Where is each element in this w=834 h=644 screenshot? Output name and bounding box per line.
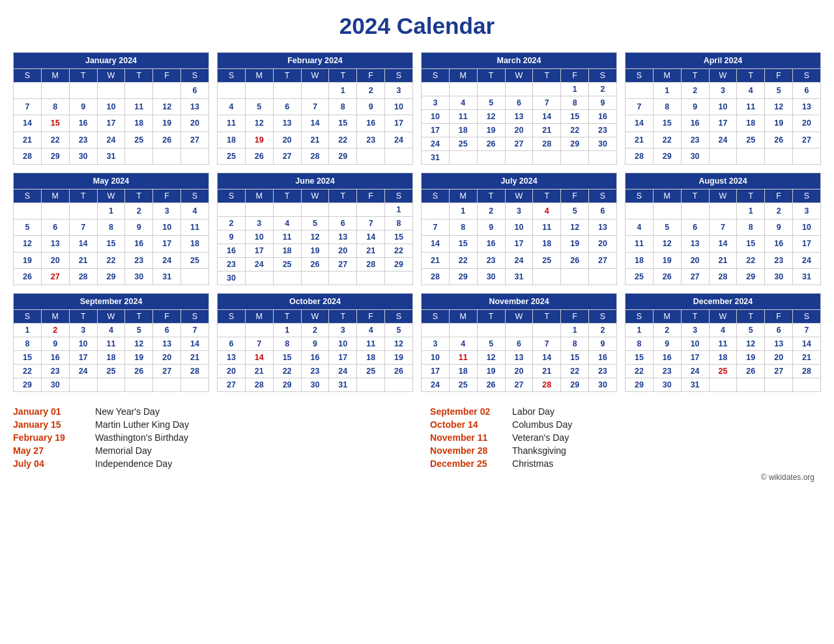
calendar-day: 16 — [125, 236, 153, 252]
calendar-day: 5 — [653, 219, 681, 236]
calendar-day: 24 — [422, 137, 450, 151]
calendar-day: 12 — [385, 337, 413, 351]
calendar-day — [153, 83, 181, 99]
calendar-day: 13 — [589, 219, 617, 236]
day-header: T — [681, 69, 709, 83]
calendar-day — [626, 203, 654, 219]
calendar-day: 15 — [561, 351, 589, 365]
calendar-day: 23 — [69, 132, 97, 148]
calendar-day: 23 — [765, 252, 793, 268]
calendar-day: 9 — [301, 337, 329, 351]
calendar-day: 21 — [14, 132, 42, 148]
day-header: T — [273, 189, 301, 203]
calendar-day: 19 — [245, 132, 273, 148]
day-header: W — [709, 69, 737, 83]
day-header: S — [385, 310, 413, 324]
calendar-day: 28 — [422, 268, 450, 285]
calendar-day — [589, 151, 617, 165]
calendar-day: 14 — [626, 115, 654, 132]
calendar-day: 13 — [181, 99, 209, 115]
day-header: S — [422, 189, 450, 203]
calendar-day: 15 — [737, 236, 765, 252]
month-calendar-3: March 2024SMTWTFS 1234567891011121314151… — [421, 52, 617, 165]
calendar-day: 23 — [681, 132, 709, 148]
holiday-item: November 28Thanksgiving — [430, 444, 821, 457]
calendar-day: 18 — [737, 115, 765, 132]
calendar-day: 12 — [561, 219, 589, 236]
calendar-day: 14 — [14, 115, 42, 132]
holiday-name: Wasthington's Birthday — [95, 432, 188, 443]
calendar-day: 22 — [329, 132, 357, 148]
calendar-day: 26 — [385, 365, 413, 378]
month-calendar-7: July 2024SMTWTFS 12345678910111213141516… — [421, 173, 617, 285]
calendar-day: 23 — [477, 252, 505, 268]
calendar-day — [14, 203, 42, 219]
calendar-day: 20 — [329, 244, 357, 258]
holiday-date: December 25 — [430, 458, 502, 469]
calendar-day — [125, 378, 153, 392]
calendar-day: 25 — [125, 132, 153, 148]
calendar-day: 6 — [181, 83, 209, 99]
calendar-day: 21 — [626, 132, 654, 148]
calendar-day: 12 — [653, 236, 681, 252]
day-header: W — [301, 69, 329, 83]
day-header: T — [737, 189, 765, 203]
calendar-day — [245, 272, 273, 285]
calendar-day: 25 — [357, 365, 385, 378]
calendar-day: 15 — [41, 115, 69, 132]
calendar-day: 19 — [125, 351, 153, 365]
calendar-day: 10 — [422, 110, 450, 124]
holiday-name: New Year's Day — [95, 406, 160, 417]
day-header: T — [477, 310, 505, 324]
calendar-day: 8 — [273, 337, 301, 351]
calendar-day: 15 — [97, 236, 125, 252]
holiday-date: November 28 — [430, 445, 502, 456]
calendar-day: 12 — [245, 115, 273, 132]
calendar-day: 24 — [709, 132, 737, 148]
holiday-name: Columbus Day — [512, 419, 572, 430]
calendar-day: 24 — [422, 378, 450, 392]
calendar-day: 4 — [449, 337, 477, 351]
calendar-day: 9 — [218, 231, 246, 244]
calendar-day: 23 — [301, 365, 329, 378]
holidays-col-right: September 02Labor DayOctober 14Columbus … — [430, 405, 821, 470]
calendar-day: 22 — [561, 365, 589, 378]
calendar-day: 13 — [329, 231, 357, 244]
calendar-day: 13 — [765, 337, 793, 351]
day-header: M — [449, 189, 477, 203]
calendar-day: 16 — [301, 351, 329, 365]
calendar-day: 24 — [505, 252, 533, 268]
calendar-day: 27 — [329, 258, 357, 272]
calendar-day: 2 — [218, 217, 246, 231]
day-header: S — [218, 69, 246, 83]
calendar-day — [477, 83, 505, 96]
calendar-day: 15 — [329, 115, 357, 132]
calendar-day: 12 — [14, 236, 42, 252]
calendar-day: 7 — [422, 219, 450, 236]
calendar-day: 23 — [589, 365, 617, 378]
calendar-day: 31 — [681, 378, 709, 392]
day-header: M — [449, 310, 477, 324]
copyright: © wikidates.org — [13, 473, 821, 482]
holidays-col-left: January 01New Year's DayJanuary 15Martin… — [13, 405, 404, 470]
month-header: March 2024 — [422, 53, 617, 69]
month-header: January 2024 — [14, 53, 209, 69]
holiday-date: May 27 — [13, 445, 85, 456]
calendar-day: 18 — [626, 252, 654, 268]
day-header: T — [533, 69, 561, 83]
calendar-day: 29 — [97, 268, 125, 285]
calendar-day: 6 — [681, 219, 709, 236]
calendar-day: 10 — [97, 99, 125, 115]
day-header: F — [561, 310, 589, 324]
calendar-day: 17 — [422, 365, 450, 378]
calendar-day — [505, 151, 533, 165]
calendar-day: 20 — [41, 252, 69, 268]
calendar-day: 28 — [357, 258, 385, 272]
calendar-day: 2 — [589, 324, 617, 337]
calendar-day: 12 — [477, 110, 505, 124]
calendar-day: 6 — [793, 83, 821, 99]
calendar-day: 27 — [681, 268, 709, 285]
calendar-day — [153, 148, 181, 164]
day-header: S — [181, 69, 209, 83]
calendar-day: 21 — [422, 252, 450, 268]
